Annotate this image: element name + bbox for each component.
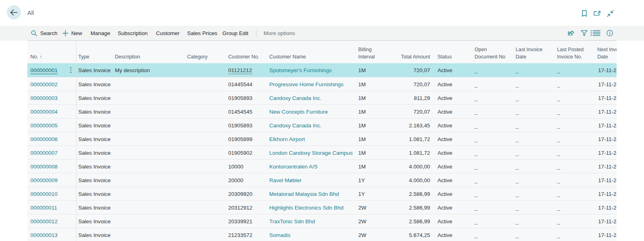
cell-status[interactable]: Active — [438, 63, 452, 77]
cell-status[interactable]: Active — [438, 187, 452, 201]
cell-next-invoice-date[interactable]: 17-11-2 — [598, 146, 617, 160]
collapse-icon[interactable] — [607, 10, 614, 17]
cell-customer-no[interactable]: 20000 — [228, 173, 244, 187]
cell-customer-name[interactable]: Progressive Home Furnishings — [269, 77, 344, 91]
row-context-menu-icon[interactable] — [68, 63, 73, 77]
cell-open-document-no[interactable]: _ — [475, 146, 478, 160]
cell-last-posted-invoice-no[interactable]: _ — [557, 63, 560, 77]
cell-open-document-no[interactable]: _ — [475, 214, 478, 228]
cell-status[interactable]: Active — [438, 228, 452, 241]
table-row[interactable]: 000000009 Sales Invoice 20000 Ravel Møbl… — [27, 173, 617, 187]
cell-last-invoice-date[interactable]: _ — [516, 160, 519, 173]
cell-status[interactable]: Active — [438, 91, 452, 105]
cell-type[interactable]: Sales Invoice — [78, 146, 111, 160]
cell-billing-interval[interactable]: 1M — [358, 132, 366, 146]
cell-total-amount[interactable]: 1.081,72 — [374, 132, 430, 146]
cell-last-invoice-date[interactable]: _ — [516, 187, 519, 201]
table-row[interactable]: 000000008 Sales Invoice 10000 Kontorcent… — [27, 159, 617, 173]
column-header-no[interactable]: No. ↑ — [31, 54, 42, 61]
cell-no[interactable]: 000000005 — [31, 118, 58, 132]
cell-total-amount[interactable]: 2.586,99 — [374, 201, 430, 214]
table-row[interactable]: 000000005 Sales Invoice 01905893 Candoxy… — [27, 118, 617, 132]
cell-customer-name[interactable]: Kontorcentralen A/S — [269, 160, 318, 173]
cell-no[interactable]: 000000013 — [31, 228, 58, 241]
cell-last-posted-invoice-no[interactable]: _ — [557, 160, 560, 173]
info-icon[interactable] — [607, 30, 613, 36]
table-row[interactable]: 000000001 Sales Invoice My description 0… — [27, 63, 617, 77]
cell-type[interactable]: Sales Invoice — [78, 118, 111, 132]
cell-customer-name[interactable]: Metatorad Malaysia Sdn Bhd — [269, 187, 339, 201]
cell-open-document-no[interactable]: _ — [475, 228, 478, 241]
cell-last-invoice-date[interactable]: _ — [516, 173, 519, 187]
cell-billing-interval[interactable]: 1M — [358, 160, 366, 173]
choose-columns-icon[interactable] — [590, 30, 601, 36]
table-row[interactable]: 000000011 Sales Invoice 20312912 Highlig… — [27, 200, 617, 214]
cell-last-invoice-date[interactable]: _ — [516, 132, 519, 146]
cell-type[interactable]: Sales Invoice — [78, 132, 111, 146]
cell-status[interactable]: Active — [438, 77, 452, 91]
cell-customer-no[interactable]: 01905899 — [228, 132, 252, 146]
cell-last-posted-invoice-no[interactable]: _ — [557, 187, 560, 201]
cell-billing-interval[interactable]: 1M — [358, 105, 366, 118]
cell-total-amount[interactable]: 720,07 — [374, 63, 430, 77]
cell-type[interactable]: Sales Invoice — [78, 77, 111, 91]
cell-last-posted-invoice-no[interactable]: _ — [557, 146, 560, 160]
cell-last-posted-invoice-no[interactable]: _ — [557, 91, 560, 105]
cell-customer-no[interactable]: 20309920 — [228, 187, 252, 201]
cell-total-amount[interactable]: 720,07 — [374, 77, 430, 91]
cell-status[interactable]: Active — [438, 105, 452, 118]
cell-last-invoice-date[interactable]: _ — [516, 201, 519, 214]
cell-status[interactable]: Active — [438, 146, 452, 160]
filter-icon[interactable] — [581, 30, 588, 36]
table-row[interactable]: 000000006 Sales Invoice 01905899 Elkhorn… — [27, 132, 617, 145]
cell-open-document-no[interactable]: _ — [475, 118, 478, 132]
cell-last-posted-invoice-no[interactable]: _ — [557, 118, 560, 132]
bookmark-icon[interactable] — [582, 10, 587, 17]
column-header-total-amount[interactable]: Total Amount — [374, 54, 430, 61]
cell-last-invoice-date[interactable]: _ — [516, 118, 519, 132]
cell-no[interactable]: 000000009 — [31, 173, 58, 187]
cell-next-invoice-date[interactable]: 17-11-2 — [598, 91, 617, 105]
table-row[interactable]: 000000003 Sales Invoice 01905893 Candoxy… — [27, 91, 617, 104]
cell-customer-name[interactable]: Highlights Electronics Sdn Bhd — [269, 201, 344, 214]
cell-customer-name[interactable]: Somadis — [269, 228, 291, 241]
cell-customer-name[interactable]: Spotsmeyer's Furnishings — [269, 63, 332, 77]
cell-status[interactable]: Active — [438, 160, 452, 173]
cell-last-invoice-date[interactable]: _ — [516, 105, 519, 118]
share-icon[interactable] — [568, 30, 574, 35]
cell-billing-interval[interactable]: 1Y — [358, 173, 365, 187]
column-header-billing-interval[interactable]: Billing Interval — [358, 46, 375, 60]
cell-status[interactable]: Active — [438, 173, 452, 187]
cell-total-amount[interactable]: 811,29 — [374, 91, 430, 105]
cell-last-invoice-date[interactable]: _ — [516, 91, 519, 105]
table-row[interactable]: 000000013 Sales Invoice 21233572 Somadis… — [27, 228, 617, 241]
cell-next-invoice-date[interactable]: 17-11-2 — [598, 160, 617, 173]
cell-billing-interval[interactable]: 1M — [358, 118, 366, 132]
cell-billing-interval[interactable]: 1M — [358, 146, 366, 160]
cell-customer-no[interactable]: 20339921 — [228, 214, 252, 228]
cell-no[interactable]: 000000001 — [31, 63, 58, 77]
cell-status[interactable]: Active — [438, 118, 452, 132]
cell-customer-name[interactable]: London Candoxy Storage Campus — [269, 146, 353, 160]
cell-type[interactable]: Sales Invoice — [78, 160, 111, 173]
cell-next-invoice-date[interactable]: 17-11-2 — [598, 63, 617, 77]
cell-customer-no[interactable]: 10000 — [228, 160, 244, 173]
cell-customer-name[interactable]: Candoxy Canada Inc. — [269, 91, 322, 105]
cell-customer-name[interactable]: Candoxy Canada Inc. — [269, 118, 322, 132]
cell-total-amount[interactable]: 5.674,25 — [374, 228, 430, 241]
cell-no[interactable]: 000000008 — [31, 160, 58, 173]
column-header-open-document-no[interactable]: Open Document No — [475, 46, 505, 60]
cell-billing-interval[interactable]: 1Y — [358, 187, 365, 201]
cell-customer-no[interactable]: 01445544 — [228, 77, 252, 91]
cell-next-invoice-date[interactable]: 17-11-2 — [598, 77, 617, 91]
cell-total-amount[interactable]: 1.081,72 — [374, 146, 430, 160]
column-header-customer-no[interactable]: Customer No. — [228, 54, 259, 61]
table-row[interactable]: 000000010 Sales Invoice 20309920 Metator… — [27, 187, 617, 200]
column-header-status[interactable]: Status — [438, 54, 452, 61]
cell-last-posted-invoice-no[interactable]: _ — [557, 173, 560, 187]
cell-open-document-no[interactable]: _ — [475, 77, 478, 91]
cell-next-invoice-date[interactable]: 17-11-2 — [598, 173, 617, 187]
cell-last-invoice-date[interactable]: _ — [516, 146, 519, 160]
cell-total-amount[interactable]: 2.163,45 — [374, 118, 430, 132]
cell-customer-name[interactable]: New Concepts Furniture — [269, 105, 328, 118]
